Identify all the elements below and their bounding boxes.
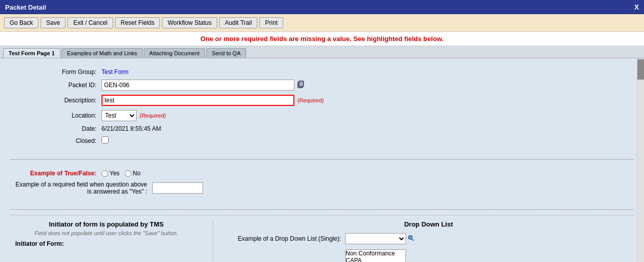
divider-1 bbox=[10, 159, 634, 160]
multiple-dropdown-select[interactable]: Non Conformance CAPA Meeting Minutes bbox=[345, 249, 406, 262]
single-dropdown-row: Example of a Drop Down List (Single): bbox=[223, 233, 634, 244]
packet-id-input[interactable] bbox=[101, 80, 294, 91]
print-button[interactable]: Print bbox=[259, 17, 283, 28]
yes-label: Yes bbox=[110, 170, 120, 177]
scrollbar[interactable] bbox=[637, 58, 644, 262]
tab-attaching-document[interactable]: Attaching Document bbox=[144, 48, 205, 58]
reset-fields-button[interactable]: Reset Fields bbox=[115, 17, 160, 28]
closed-checkbox[interactable] bbox=[101, 136, 109, 143]
description-input[interactable] bbox=[101, 95, 294, 106]
multiple-dropdown-row: Example of Drop Down List (Multiple) : N… bbox=[223, 249, 634, 262]
svg-point-3 bbox=[409, 236, 412, 239]
option-capa[interactable]: CAPA bbox=[346, 257, 405, 262]
divider-2 bbox=[10, 209, 634, 210]
no-label: No bbox=[133, 170, 141, 177]
bottom-right-heading: Drop Down List bbox=[223, 220, 634, 228]
tabs-bar: Test Form Page 1 Examples of Math and Li… bbox=[0, 46, 644, 58]
description-required: (Required) bbox=[297, 97, 324, 103]
window-title: Packet Detail bbox=[5, 4, 46, 11]
single-dropdown-select[interactable] bbox=[345, 233, 406, 244]
exit-cancel-button[interactable]: Exit / Cancel bbox=[67, 17, 113, 28]
yes-radio-label: Yes bbox=[101, 170, 120, 177]
go-back-button[interactable]: Go Back bbox=[4, 17, 39, 28]
scrollbar-thumb[interactable] bbox=[637, 59, 644, 80]
tab-send-to-qa[interactable]: Send to QA bbox=[206, 48, 246, 58]
single-dropdown-search-button[interactable] bbox=[407, 234, 415, 244]
packet-id-row: Packet ID: bbox=[10, 80, 634, 91]
closed-label: Closed: bbox=[10, 137, 101, 144]
bottom-left-subtitle: Field does not populate until user click… bbox=[10, 230, 202, 236]
no-radio-label: No bbox=[125, 170, 141, 177]
save-button[interactable]: Save bbox=[41, 17, 65, 28]
single-dropdown-label: Example of a Drop Down List (Single): bbox=[223, 235, 345, 242]
bottom-right: Drop Down List Example of a Drop Down Li… bbox=[213, 220, 634, 262]
req-field-row: Example of a required field when questio… bbox=[10, 181, 634, 195]
bottom-section: Initiator of form is populated by TMS Fi… bbox=[10, 215, 634, 262]
location-row: Location: Test Option2 Option3 (Required… bbox=[10, 110, 634, 121]
workflow-status-button[interactable]: Workflow Status bbox=[162, 17, 217, 28]
tab-test-form-page-1[interactable]: Test Form Page 1 bbox=[3, 48, 60, 58]
svg-rect-1 bbox=[299, 81, 303, 87]
location-select[interactable]: Test Option2 Option3 bbox=[101, 110, 137, 121]
error-message: One or more required fields are missing … bbox=[200, 35, 444, 43]
bottom-left-heading: Initiator of form is populated by TMS bbox=[10, 220, 202, 228]
bottom-left: Initiator of form is populated by TMS Fi… bbox=[10, 220, 213, 262]
main-content: Form Group: Test Form Packet ID: Descrip… bbox=[0, 58, 644, 262]
closed-row: Closed: bbox=[10, 136, 634, 145]
close-button[interactable]: X bbox=[634, 3, 639, 11]
svg-line-4 bbox=[412, 239, 414, 241]
true-false-label: Example of True/False: bbox=[10, 170, 101, 177]
true-false-radio-group: Yes No bbox=[101, 170, 330, 177]
form-group-value: Test Form bbox=[101, 68, 128, 76]
yes-radio[interactable] bbox=[101, 170, 108, 177]
req-field-label: Example of a required field when questio… bbox=[10, 181, 152, 195]
date-row: Date: 6/21/2021 8:55:45 AM bbox=[10, 125, 634, 132]
title-bar: Packet Detail X bbox=[0, 0, 644, 14]
error-bar: One or more required fields are missing … bbox=[0, 32, 644, 46]
description-row: Description: (Required) bbox=[10, 95, 634, 106]
toolbar: Go Back Save Exit / Cancel Reset Fields … bbox=[0, 14, 644, 32]
date-value: 6/21/2021 8:55:45 AM bbox=[101, 125, 161, 132]
packet-id-label: Packet ID: bbox=[10, 82, 101, 89]
form-group-row: Form Group: Test Form bbox=[10, 68, 634, 76]
location-label: Location: bbox=[10, 112, 101, 119]
no-radio[interactable] bbox=[125, 170, 131, 177]
form-section-1: Form Group: Test Form Packet ID: Descrip… bbox=[10, 63, 634, 154]
description-label: Description: bbox=[10, 97, 101, 104]
copy-icon[interactable] bbox=[296, 81, 304, 90]
location-required: (Required) bbox=[140, 113, 166, 119]
initiator-label: Initiator of Form: bbox=[15, 240, 202, 247]
date-label: Date: bbox=[10, 125, 101, 132]
option-non-conformance[interactable]: Non Conformance bbox=[346, 250, 405, 257]
section-2: Example of True/False: Yes No Example of… bbox=[10, 165, 634, 204]
form-group-label: Form Group: bbox=[10, 68, 101, 76]
true-false-row: Example of True/False: Yes No bbox=[10, 170, 634, 177]
req-field-input[interactable] bbox=[152, 182, 203, 194]
audit-trail-button[interactable]: Audit Trail bbox=[219, 17, 257, 28]
tab-examples-math-links[interactable]: Examples of Math and Links bbox=[61, 48, 143, 58]
